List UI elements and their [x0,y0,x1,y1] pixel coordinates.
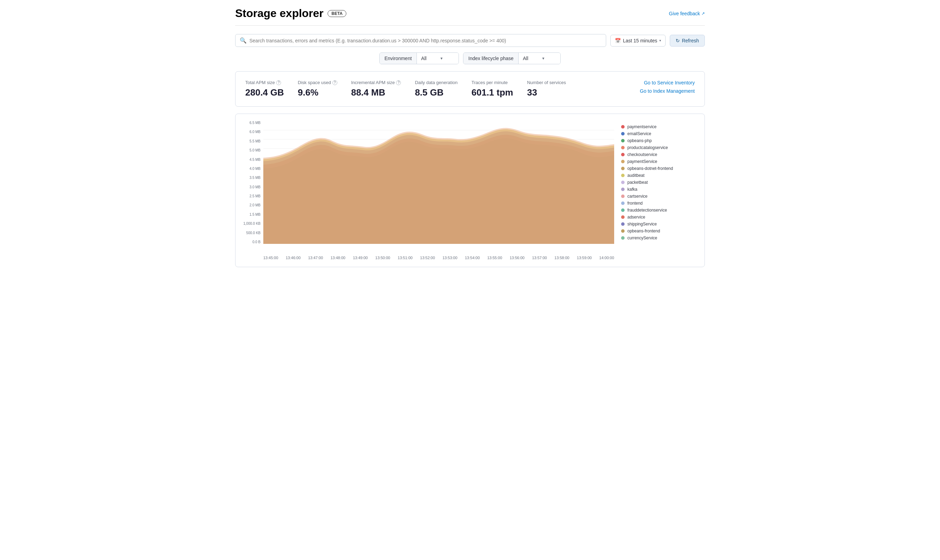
index-management-link[interactable]: Go to Index Management [640,88,695,94]
legend-dot-frontend [621,202,625,205]
total-apm-size-help-icon[interactable]: ? [276,80,281,85]
search-row: 🔍 📅 Last 15 minutes ▾ ↻ Refresh [235,34,705,47]
x-label-1350: 13:50:00 [375,256,390,260]
y-label-2-0: 2.0 MB [249,203,260,207]
stat-daily-data-generation: Daily data generation 8.5 GB [415,80,457,98]
legend-shippingservice: shippingService [621,222,697,226]
stat-disk-space-used: Disk space used ? 9.6% [298,80,337,98]
stat-tpm-value: 601.1 tpm [471,87,513,98]
stats-items: Total APM size ? 280.4 GB Disk space use… [245,80,640,98]
stat-daily-data-label: Daily data generation [415,80,457,85]
legend-label-shippingservice: shippingService [628,222,657,226]
stat-tpm-label: Traces per minute [471,80,513,85]
search-bar[interactable]: 🔍 [235,34,606,47]
legend-label-cartservice: cartservice [628,194,648,199]
y-label-2-5: 2.5 MB [249,194,260,198]
stat-incremental-apm-size: Incremental APM size ? 88.4 MB [351,80,401,98]
lifecycle-filter-select[interactable]: All ▾ [518,53,560,64]
calendar-icon: 📅 [615,38,621,43]
y-label-0: 0.0 B [252,240,260,244]
header-left: Storage explorer BETA [235,7,346,20]
stat-total-apm-size-label: Total APM size ? [245,80,284,85]
legend-dot-packetbeat [621,181,625,184]
page-wrapper: Storage explorer BETA Give feedback ↗ 🔍 … [227,0,713,274]
legend-emailservice: emailService [621,131,697,136]
y-label-5-5: 5.5 MB [249,139,260,143]
legend-dot-checkoutservice [621,153,625,156]
legend-label-frauddetection: frauddetectionservice [628,208,667,212]
lifecycle-filter-label: Index lifecycle phase [463,53,518,64]
y-label-5-0: 5.0 MB [249,148,260,152]
y-label-6-0: 6.0 MB [249,130,260,134]
x-label-1353: 13:53:00 [443,256,457,260]
time-picker[interactable]: 📅 Last 15 minutes ▾ [610,35,666,46]
disk-space-help-icon[interactable]: ? [332,80,337,85]
x-label-1348: 13:48:00 [330,256,345,260]
lifecycle-filter-value: All [523,55,528,61]
environment-filter-value: All [421,55,426,61]
y-label-1000: 1,000.0 KB [243,222,260,225]
legend-dot-adservice [621,215,625,219]
area-chart-svg [263,121,614,244]
y-label-1-5: 1.5 MB [249,212,260,217]
legend-paymentService: paymentService [621,159,697,164]
legend-label-opbeans-dotnet: opbeans-dotnet-frontend [628,166,673,171]
legend-checkoutservice: checkoutservice [621,152,697,157]
refresh-button[interactable]: ↻ Refresh [670,35,705,46]
legend-dot-cartservice [621,195,625,198]
legend-opbeans-php: opbeans-php [621,138,697,143]
legend-label-opbeans-frontend: opbeans-frontend [628,229,660,234]
give-feedback-link[interactable]: Give feedback ↗ [669,11,705,16]
legend-adservice: adservice [621,215,697,220]
page-title: Storage explorer [235,7,323,20]
lifecycle-chevron-icon: ▾ [542,56,544,61]
x-label-1359: 13:59:00 [577,256,592,260]
legend-packetbeat: packetbeat [621,180,697,185]
x-label-1356: 13:56:00 [509,256,525,260]
legend-dot-opbeans-dotnet [621,167,625,170]
chart-area: 6.5 MB 6.0 MB 5.5 MB 5.0 MB 4.5 MB 4.0 M… [243,121,614,260]
x-label-1347: 13:47:00 [308,256,323,260]
legend-label-checkoutservice: checkoutservice [628,152,657,157]
time-picker-chevron: ▾ [659,38,661,42]
legend-dot-opbeans-php [621,139,625,142]
chart-container: 6.5 MB 6.0 MB 5.5 MB 5.0 MB 4.5 MB 4.0 M… [243,121,697,260]
legend-dot-emailservice [621,132,625,135]
stats-panel: Total APM size ? 280.4 GB Disk space use… [235,71,705,107]
legend-dot-frauddetection [621,208,625,212]
incremental-apm-help-icon[interactable]: ? [396,80,401,85]
x-label-1400: 14:00:00 [599,256,614,260]
y-label-6-5: 6.5 MB [249,121,260,125]
legend-frontend: frontend [621,201,697,206]
legend-dot-productcatalogservice [621,146,625,149]
x-label-1358: 13:58:00 [554,256,569,260]
legend-label-productcatalogservice: productcatalogservice [628,145,668,150]
legend-label-adservice: adservice [628,215,645,220]
stat-total-apm-size: Total APM size ? 280.4 GB [245,80,284,98]
refresh-icon: ↻ [675,38,680,43]
environment-filter: Environment All ▾ [379,52,459,64]
legend-dot-paymentservice [621,125,625,129]
x-label-1345: 13:45:00 [263,256,278,260]
search-input[interactable] [249,38,602,43]
external-link-icon: ↗ [702,11,705,16]
legend-dot-kafka [621,188,625,191]
x-axis-labels: 13:45:00 13:46:00 13:47:00 13:48:00 13:4… [243,254,614,260]
stat-disk-space-used-value: 9.6% [298,87,337,98]
page-header: Storage explorer BETA Give feedback ↗ [235,7,705,26]
stat-incremental-apm-size-value: 88.4 MB [351,87,401,98]
refresh-label: Refresh [682,38,699,43]
environment-filter-select[interactable]: All ▾ [417,53,458,64]
give-feedback-label: Give feedback [669,11,700,16]
service-inventory-link[interactable]: Go to Service Inventory [644,80,695,85]
legend-paymentservice: paymentservice [621,125,697,129]
chart-panel: 6.5 MB 6.0 MB 5.5 MB 5.0 MB 4.5 MB 4.0 M… [235,114,705,267]
legend-label-auditbeat: auditbeat [628,173,645,178]
stat-incremental-apm-size-label: Incremental APM size ? [351,80,401,85]
legend-frauddetection: frauddetectionservice [621,208,697,212]
legend-dot-shippingservice [621,222,625,226]
environment-chevron-icon: ▾ [440,56,443,61]
stat-daily-data-value: 8.5 GB [415,87,457,98]
y-label-3-5: 3.5 MB [249,176,260,180]
legend-label-currencyservice: currencyService [628,235,657,240]
